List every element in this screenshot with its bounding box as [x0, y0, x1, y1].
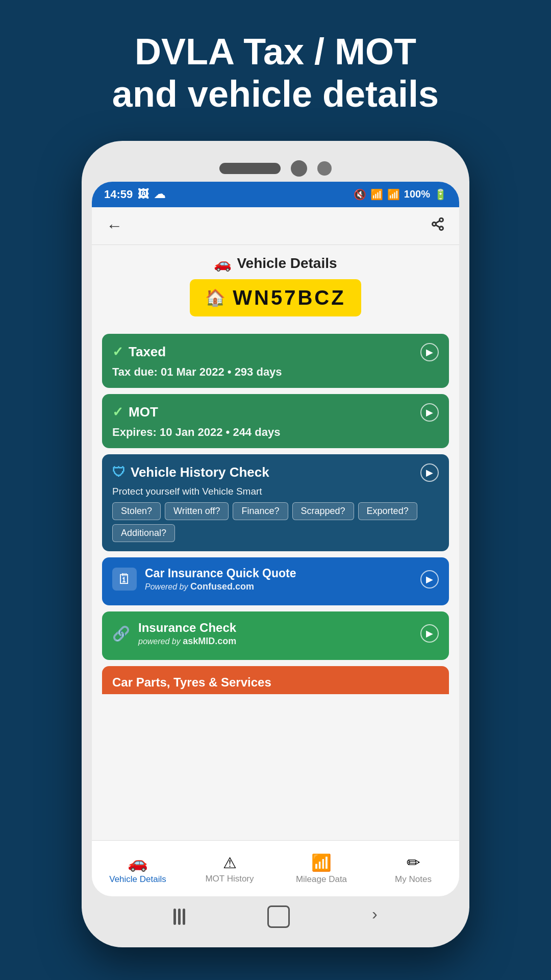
insurance-quote-arrow[interactable]: ▶ — [420, 570, 439, 589]
history-tags: Stolen? Written off? Finance? Scrapped? … — [112, 502, 439, 542]
taxed-subtitle: Tax due: 01 Mar 2022 • 293 days — [112, 365, 439, 379]
phone-screen: 14:59 🖼 ☁ 🔇 📶 📶 100% 🔋 ← — [92, 182, 459, 896]
vehicle-title-icon: 🚗 — [214, 255, 232, 272]
tag-scrapped[interactable]: Scrapped? — [292, 502, 354, 520]
taxed-title: ✓ Taxed — [112, 344, 166, 360]
nav-vehicle-icon: 🚗 — [128, 853, 148, 872]
nav-mileage[interactable]: 📶 Mileage Data — [276, 853, 367, 885]
nav-mot-history[interactable]: ⚠ MOT History — [184, 854, 276, 884]
license-plate: 🏠 WN57BCZ — [190, 279, 361, 316]
insurance-check-icon: 🔗 — [112, 625, 130, 642]
svg-line-4 — [436, 220, 440, 223]
insurance-check-title: Insurance Check — [138, 621, 236, 635]
mot-arrow[interactable]: ▶ — [420, 403, 439, 422]
phone-camera-secondary — [317, 161, 332, 176]
phone-hardware-nav: ‹ — [92, 896, 459, 937]
insurance-quote-card[interactable]: 🗓 Car Insurance Quick Quote Powered by C… — [102, 557, 449, 605]
back-hardware-button[interactable]: ‹ — [372, 907, 378, 926]
taxed-card[interactable]: ✓ Taxed ▶ Tax due: 01 Mar 2022 • 293 day… — [102, 334, 449, 388]
plate-icon: 🏠 — [205, 288, 226, 307]
nav-mileage-icon: 📶 — [311, 853, 332, 872]
phone-speaker — [219, 163, 281, 174]
mot-subtitle: Expires: 10 Jan 2022 • 244 days — [112, 426, 439, 439]
phone-camera-main — [291, 160, 307, 177]
insurance-quote-header: 🗓 Car Insurance Quick Quote Powered by C… — [112, 567, 439, 592]
app-header: ← — [92, 207, 459, 245]
status-battery-icon: 🔋 — [434, 188, 447, 201]
status-right: 🔇 📶 📶 100% 🔋 — [354, 188, 447, 201]
vehicle-title: 🚗 Vehicle Details — [102, 255, 449, 272]
taxed-arrow[interactable]: ▶ — [420, 343, 439, 361]
status-signal-icon: 📶 — [387, 188, 400, 201]
status-wifi-icon: 📶 — [370, 188, 383, 201]
taxed-check-icon: ✓ — [112, 344, 123, 360]
mot-card[interactable]: ✓ MOT ▶ Expires: 10 Jan 2022 • 244 days — [102, 394, 449, 448]
tag-written-off[interactable]: Written off? — [165, 502, 229, 520]
phone-top — [92, 151, 459, 182]
parts-title: Car Parts, Tyres & Services — [112, 675, 439, 690]
vehicle-header: 🚗 Vehicle Details 🏠 WN57BCZ — [92, 245, 459, 329]
svg-line-3 — [436, 225, 440, 227]
nav-mileage-label: Mileage Data — [296, 874, 347, 885]
plate-number: WN57BCZ — [233, 286, 345, 309]
mot-title: ✓ MOT — [112, 404, 158, 420]
tag-stolen[interactable]: Stolen? — [112, 502, 161, 520]
nav-notes-icon: ✏ — [407, 853, 420, 872]
bottom-nav: 🚗 Vehicle Details ⚠ MOT History 📶 Mileag… — [92, 840, 459, 896]
phone-frame: 14:59 🖼 ☁ 🔇 📶 📶 100% 🔋 ← — [82, 141, 469, 947]
share-button[interactable] — [431, 217, 445, 235]
insurance-quote-icon: 🗓 — [112, 568, 137, 591]
shield-icon: 🛡 — [112, 464, 126, 480]
home-button[interactable] — [267, 905, 290, 928]
status-image-icon: 🖼 — [138, 188, 149, 201]
nav-vehicle-label: Vehicle Details — [109, 874, 166, 885]
insurance-check-arrow[interactable]: ▶ — [420, 624, 439, 643]
content-area: 🚗 Vehicle Details 🏠 WN57BCZ ✓ Taxed — [92, 245, 459, 840]
insurance-check-card[interactable]: 🔗 Insurance Check powered by askMID.com … — [102, 611, 449, 660]
history-subtitle: Protect yourself with Vehicle Smart — [112, 486, 439, 497]
cards-container: ✓ Taxed ▶ Tax due: 01 Mar 2022 • 293 day… — [92, 329, 459, 699]
history-card-header: 🛡 Vehicle History Check ▶ — [112, 463, 439, 482]
history-title: 🛡 Vehicle History Check — [112, 464, 269, 480]
nav-notes-label: My Notes — [395, 874, 432, 885]
insurance-check-text: Insurance Check powered by askMID.com — [138, 621, 236, 647]
nav-notes[interactable]: ✏ My Notes — [367, 853, 459, 885]
taxed-card-header: ✓ Taxed ▶ — [112, 343, 439, 361]
mot-card-header: ✓ MOT ▶ — [112, 403, 439, 422]
back-button[interactable]: ← — [106, 216, 122, 235]
nav-vehicle-details[interactable]: 🚗 Vehicle Details — [92, 853, 184, 885]
status-mute-icon: 🔇 — [354, 188, 366, 201]
tag-finance[interactable]: Finance? — [233, 502, 288, 520]
insurance-check-powered: powered by askMID.com — [138, 636, 236, 647]
history-arrow[interactable]: ▶ — [420, 463, 439, 482]
mot-check-icon: ✓ — [112, 404, 123, 420]
status-cloud-icon: ☁ — [154, 188, 165, 201]
page-header-title: DVLA Tax / MOT and vehicle details — [82, 31, 469, 115]
status-time: 14:59 — [104, 188, 133, 201]
history-card[interactable]: 🛡 Vehicle History Check ▶ Protect yourse… — [102, 454, 449, 551]
insurance-quote-title: Car Insurance Quick Quote — [145, 567, 296, 580]
status-left: 14:59 🖼 ☁ — [104, 188, 165, 201]
tag-additional[interactable]: Additional? — [112, 524, 175, 542]
tag-exported[interactable]: Exported? — [358, 502, 417, 520]
status-battery: 100% — [404, 188, 430, 200]
nav-mot-icon: ⚠ — [223, 854, 237, 872]
status-bar: 14:59 🖼 ☁ 🔇 📶 📶 100% 🔋 — [92, 182, 459, 207]
parts-card[interactable]: Car Parts, Tyres & Services — [102, 666, 449, 694]
insurance-quote-powered: Powered by Confused.com — [145, 581, 296, 592]
insurance-quote-text: Car Insurance Quick Quote Powered by Con… — [145, 567, 296, 592]
nav-mot-label: MOT History — [205, 874, 254, 884]
insurance-check-header: 🔗 Insurance Check powered by askMID.com … — [112, 621, 439, 647]
